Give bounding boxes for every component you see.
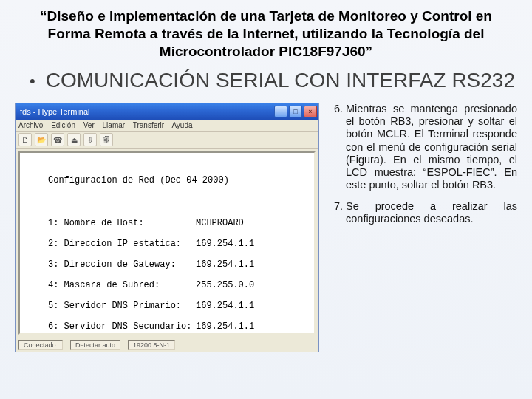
send-icon[interactable]: ⇩	[83, 133, 97, 146]
bullet-icon: •	[30, 69, 35, 94]
props-icon[interactable]: 🗐	[100, 133, 113, 146]
menu-item[interactable]: Llamar	[103, 121, 126, 129]
call-icon[interactable]: ☎	[51, 133, 64, 146]
minimize-button[interactable]: _	[274, 106, 287, 117]
step-number-7: 7.	[327, 200, 346, 225]
terminal-output: Configuracion de Red (Dec 04 2000) 1: No…	[18, 151, 316, 335]
list-item: 6. Mientras se mantenga presionado el bo…	[327, 103, 517, 191]
section-heading-text: COMUNICACIÓN SERIAL CON INTERFAZ RS232	[46, 69, 515, 92]
open-icon[interactable]: 📂	[35, 133, 48, 146]
status-detect: Detectar auto	[70, 340, 120, 350]
list-item: 7. Se procede a realizar las configuraci…	[327, 200, 517, 225]
menu-item[interactable]: Ayuda	[171, 121, 192, 129]
menu-item[interactable]: Archivo	[18, 121, 43, 129]
instruction-list: 6. Mientras se mantenga presionado el bo…	[327, 103, 517, 352]
toolbar: 🗋 📂 ☎ ⏏ ⇩ 🗐	[16, 132, 318, 149]
hyperterminal-window: fds - Hype Terminal _ □ × Archivo Edició…	[15, 103, 319, 352]
status-connected: Conectado:	[18, 340, 63, 350]
maximize-button[interactable]: □	[289, 106, 302, 117]
slide-title: “Diseño e Implementación de una Tarjeta …	[10, 6, 522, 67]
status-port: 19200 8-N-1	[128, 340, 175, 350]
terminal-menu: 1: Nombre de Host:MCHPROARD 2: Direccion…	[48, 208, 308, 335]
step-text-6: Mientras se mantenga presionado el botón…	[346, 103, 517, 191]
step-text-7: Se procede a realizar las configuracione…	[346, 200, 517, 225]
section-heading: • COMUNICACIÓN SERIAL CON INTERFAZ RS232	[10, 67, 522, 103]
close-button[interactable]: ×	[304, 106, 317, 117]
menu-item[interactable]: Edición	[51, 121, 75, 129]
hangup-icon[interactable]: ⏏	[67, 133, 81, 146]
menu-item[interactable]: Transferir	[133, 121, 164, 129]
status-bar: Conectado: Detectar auto 19200 8-N-1	[16, 338, 318, 352]
new-icon[interactable]: 🗋	[18, 133, 32, 146]
menu-item[interactable]: Ver	[83, 121, 95, 129]
terminal-header: Configuracion de Red (Dec 04 2000)	[48, 175, 308, 185]
step-number-6: 6.	[327, 103, 346, 191]
menu-bar: Archivo Edición Ver Llamar Transferir Ay…	[16, 120, 318, 132]
window-title: fds - Hype Terminal	[20, 107, 90, 116]
window-titlebar: fds - Hype Terminal _ □ ×	[16, 103, 318, 120]
